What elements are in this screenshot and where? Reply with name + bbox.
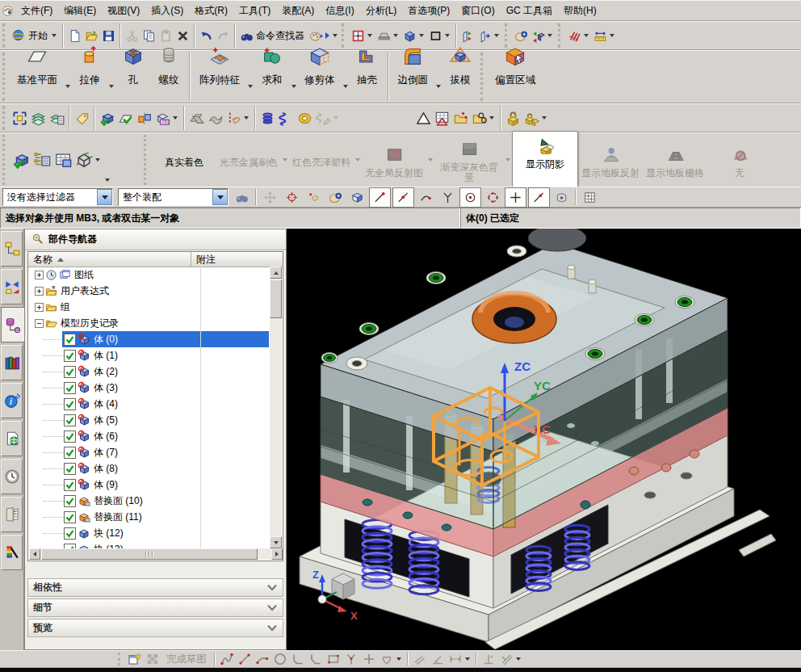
graphics-viewport[interactable]: ZC YC XC [287, 229, 801, 650]
unite-button[interactable]: 求和 [254, 43, 290, 91]
profile-tool-button[interactable] [218, 651, 236, 667]
dropdown-caret[interactable] [542, 116, 547, 120]
rotate-point-button[interactable] [282, 188, 302, 207]
constraint-navigator-tab[interactable] [1, 269, 23, 304]
reuse-library-tab[interactable] [1, 345, 23, 380]
visibility-checkbox[interactable] [64, 414, 76, 426]
tree-item[interactable]: 体 (1) [28, 347, 269, 363]
tree-item[interactable]: 替换面 (11) [28, 509, 269, 525]
visibility-checkbox[interactable] [64, 463, 76, 475]
dropdown-caret[interactable] [291, 85, 296, 88]
panel-header-preview[interactable]: 预览 [27, 619, 283, 637]
visibility-checkbox[interactable] [64, 479, 76, 491]
snap-endpoint-button[interactable] [369, 187, 391, 208]
menu-item[interactable]: 首选项(P) [402, 1, 455, 21]
toolbar-grip[interactable] [480, 52, 486, 101]
undo-button[interactable] [198, 28, 215, 44]
mirror-assembly-button[interactable] [135, 110, 153, 127]
offset-region-button[interactable]: 偏置区域 [489, 43, 542, 91]
visibility-checkbox[interactable] [64, 447, 76, 459]
dimension-more-button[interactable] [447, 651, 473, 667]
point-set-folder-button[interactable] [451, 110, 470, 127]
scroll-right-button[interactable] [271, 548, 283, 560]
horizontal-scrollbar[interactable] [29, 548, 283, 560]
menu-item[interactable]: 工具(T) [233, 1, 276, 21]
menu-item[interactable]: 格式(R) [189, 1, 233, 21]
dropdown-caret[interactable] [494, 34, 499, 37]
menu-item[interactable]: 文件(F) [15, 1, 58, 21]
dropdown-caret[interactable] [244, 116, 249, 120]
coil-feature-button[interactable] [258, 110, 277, 127]
true-shading-setup-button[interactable] [513, 28, 530, 44]
column-divider[interactable] [200, 267, 201, 549]
lock-feature-button[interactable] [504, 110, 522, 127]
circle-tool-button[interactable] [271, 651, 289, 667]
clearance-analysis-button[interactable] [206, 110, 224, 127]
datum-plane-button[interactable]: 基准平面 [10, 43, 64, 91]
expand-toggle[interactable] [35, 287, 44, 296]
snap-quadrant-button[interactable] [483, 188, 503, 207]
visibility-checkbox[interactable] [64, 350, 76, 362]
copy-button[interactable] [140, 28, 157, 44]
layer-category-button[interactable] [48, 110, 66, 127]
washer-tool-button[interactable] [296, 110, 314, 127]
tree-item[interactable]: 体 (7) [28, 444, 269, 460]
toolbar-grip[interactable] [144, 135, 149, 185]
interference-check-button[interactable] [187, 110, 206, 127]
name-expression-button[interactable]: ABC [153, 110, 181, 127]
dropdown-caret[interactable] [465, 657, 470, 661]
snap-midpoint-button[interactable] [392, 187, 414, 208]
menu-item[interactable]: 视图(V) [102, 1, 145, 21]
polygon-tool-button[interactable] [342, 651, 360, 667]
redo-button[interactable] [215, 28, 232, 44]
visibility-checkbox[interactable] [64, 495, 76, 507]
display-mode-button[interactable] [401, 28, 427, 44]
hole-button[interactable]: 孔 [115, 43, 151, 91]
tree-node[interactable]: 图纸 [28, 267, 269, 283]
point-constructor-button[interactable] [304, 188, 324, 207]
verify-component-button[interactable] [10, 150, 31, 170]
save-button[interactable] [100, 28, 117, 44]
draft-analysis-button[interactable] [414, 110, 433, 127]
column-header-note[interactable]: 附注 [191, 252, 283, 267]
selection-filter-dropdown[interactable] [97, 189, 112, 205]
toolbar-grip[interactable] [2, 106, 8, 130]
paste-button[interactable] [157, 28, 174, 44]
snap-intersection-button[interactable] [438, 188, 458, 207]
draft-button[interactable]: 拔模 [442, 43, 478, 91]
assembly-constraints-button[interactable] [116, 110, 135, 127]
visibility-checkbox[interactable] [64, 527, 76, 540]
expand-toggle[interactable] [35, 319, 44, 328]
datum-grid-button[interactable] [566, 28, 592, 44]
highlight-button[interactable] [325, 188, 346, 207]
visibility-checkbox[interactable] [64, 511, 76, 523]
new-button[interactable] [66, 28, 83, 44]
dropdown-caret[interactable] [367, 34, 372, 37]
measure-button[interactable] [592, 28, 618, 44]
tree-item[interactable]: 体 (8) [28, 460, 269, 477]
none-button[interactable]: 无 [707, 141, 772, 180]
toolbar-grip[interactable] [2, 52, 8, 101]
dropdown-caret[interactable] [505, 158, 510, 162]
internet-explorer-tab[interactable]: i [1, 383, 23, 418]
menu-item[interactable]: 窗口(O) [455, 1, 500, 21]
graphics-canvas[interactable]: ZC YC XC [287, 229, 801, 650]
column-header-name[interactable]: 名称 [28, 252, 191, 267]
scroll-left-button[interactable] [29, 548, 40, 560]
assembly-navigator-tab[interactable] [1, 231, 23, 267]
sheet-check-button[interactable] [433, 110, 451, 127]
visibility-checkbox[interactable] [64, 398, 76, 410]
panel-header-dependencies[interactable]: 相依性 [27, 578, 283, 597]
scroll-up-button[interactable] [270, 267, 282, 279]
tree-item[interactable]: 体 (6) [28, 428, 269, 444]
tree-item[interactable]: 体 (5) [28, 412, 269, 428]
studio-spline-button[interactable] [378, 651, 405, 667]
sketch-grid-button[interactable] [144, 651, 161, 667]
menu-item[interactable]: 插入(S) [145, 1, 189, 21]
history-tab[interactable] [1, 459, 23, 494]
selection-filter-combo[interactable]: 没有选择过滤器 [2, 188, 113, 206]
dropdown-caret[interactable] [95, 158, 100, 162]
general-snap-button[interactable] [260, 188, 280, 207]
toolbar-grip[interactable] [342, 23, 347, 48]
tree-item[interactable]: 体 (0) [28, 331, 269, 347]
